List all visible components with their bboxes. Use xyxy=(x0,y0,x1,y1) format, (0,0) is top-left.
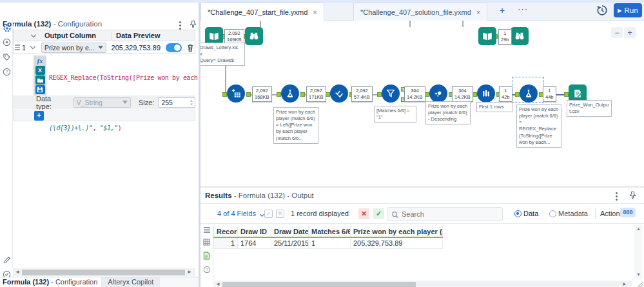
tool-annotation[interactable]: Prize won by each player (match 6/6) = L… xyxy=(273,107,318,144)
tool-sample[interactable] xyxy=(477,84,495,103)
tool-annotation[interactable]: Draws_Lottery.xls x Query=`Draws$` xyxy=(200,43,245,66)
help-icon[interactable]: ? xyxy=(203,266,211,273)
gear-icon[interactable] xyxy=(2,23,12,33)
tool-browse[interactable] xyxy=(245,27,263,45)
chevron-down-icon[interactable] xyxy=(31,32,36,37)
input-anchor[interactable] xyxy=(473,92,477,97)
cell-draw-id[interactable]: 1764 xyxy=(237,238,271,248)
tool-filter[interactable] xyxy=(382,84,400,103)
scroll-left-icon[interactable]: ◄ xyxy=(15,270,20,275)
config-kebab-menu-icon[interactable] xyxy=(179,21,181,30)
target-icon[interactable] xyxy=(2,37,12,47)
help-icon[interactable]: ? xyxy=(2,67,12,77)
tool-annotation[interactable]: Prize won by each player (match 6/6) - D… xyxy=(425,101,471,124)
grid-view-icon[interactable] xyxy=(203,239,210,246)
tool-formula[interactable] xyxy=(281,84,299,103)
add-row-button[interactable]: + xyxy=(34,111,44,121)
radio-data[interactable]: Data xyxy=(514,210,538,217)
output-anchor[interactable] xyxy=(246,92,251,97)
col-header-draw-id[interactable]: Draw ID xyxy=(237,226,271,237)
scroll-left-icon[interactable]: ◄ xyxy=(215,282,220,287)
table-header-row[interactable]: Record Draw ID Draw Date Matches 6/6 Pri… xyxy=(213,226,443,238)
zoom-in-button[interactable]: + xyxy=(624,27,636,38)
results-kebab-menu-icon[interactable] xyxy=(616,192,618,201)
scroll-right-icon[interactable]: ► xyxy=(187,270,192,275)
variables-icon[interactable]: X xyxy=(35,66,45,75)
close-icon[interactable]: × xyxy=(476,8,480,16)
results-vscrollbar[interactable]: ▲ ▼ xyxy=(634,225,643,279)
tool-annotation[interactable]: Prize won by each player (match 6/6) = R… xyxy=(516,104,561,148)
deselect-all-icon[interactable]: ✕ xyxy=(276,210,284,218)
scrollbar-thumb[interactable] xyxy=(222,282,416,287)
zoom-out-button[interactable]: − xyxy=(611,27,623,38)
tab-formula-configuration[interactable]: Formula (132) - Configuration xyxy=(0,277,101,287)
row-enabled-toggle[interactable] xyxy=(166,43,182,52)
radio-metadata[interactable]: Metadata xyxy=(549,210,588,217)
tool-annotation[interactable]: First 1 rows xyxy=(476,102,512,112)
more-tabs-button[interactable]: ··· xyxy=(518,4,528,14)
tool-input-data[interactable] xyxy=(478,27,496,45)
config-hscrollbar[interactable]: ◄ ► xyxy=(13,268,195,276)
data-file-icon[interactable] xyxy=(203,252,210,260)
col-header-record[interactable]: Record xyxy=(213,226,237,237)
cell-prize[interactable]: 205,329,753.89 xyxy=(350,238,443,248)
col-header-prize[interactable]: Prize won by each player (match 6/6) xyxy=(350,226,443,237)
tab-challenge-solution-file[interactable]: *Challenge_407_solution_file.yxmd × xyxy=(353,3,487,21)
scroll-up-icon[interactable]: ▲ xyxy=(634,225,643,231)
table-row[interactable]: 1 1764 25/11/2015 1 205,329,753.89 xyxy=(213,238,443,249)
drag-handle-icon[interactable] xyxy=(15,45,20,50)
fields-summary-dropdown[interactable]: 4 of 4 Fields xyxy=(217,210,264,217)
tool-data-cleansing[interactable] xyxy=(227,84,245,103)
tool-annotation[interactable]: [Matches 6/6] = "1" xyxy=(374,106,416,123)
pin-icon[interactable] xyxy=(629,191,637,199)
tag-icon[interactable] xyxy=(2,52,12,62)
results-hscrollbar[interactable]: ◄ ► xyxy=(213,281,632,287)
tool-sort[interactable] xyxy=(429,84,447,103)
cell-matches[interactable]: 1 xyxy=(308,238,350,248)
output-anchor[interactable] xyxy=(300,92,305,97)
input-anchor[interactable] xyxy=(564,92,569,97)
folder-icon[interactable] xyxy=(35,75,45,84)
menu-icon[interactable] xyxy=(203,227,211,233)
col-header-matches[interactable]: Matches 6/6 xyxy=(308,226,350,237)
save-icon[interactable] xyxy=(35,85,45,94)
fx-icon[interactable]: fx xyxy=(35,56,45,65)
cell-draw-date[interactable]: 25/11/2015 xyxy=(271,238,308,248)
size-input[interactable]: 255 ▲▼ xyxy=(158,97,195,108)
version-history-icon[interactable] xyxy=(596,5,608,16)
pin-icon[interactable] xyxy=(189,20,197,28)
input-anchor[interactable] xyxy=(425,92,429,97)
tool-formula-selected[interactable] xyxy=(520,84,538,103)
input-anchor[interactable] xyxy=(377,92,382,97)
tool-select[interactable] xyxy=(330,84,348,103)
results-search[interactable] xyxy=(387,207,503,221)
input-anchor[interactable] xyxy=(277,92,281,97)
output-column-dropdown[interactable]: Prize won by e... xyxy=(41,43,106,53)
formula-row[interactable]: 1 Prize won by e... 205,329,753.89 xyxy=(13,41,195,54)
run-button[interactable]: ▶ Run xyxy=(614,3,642,17)
close-icon[interactable]: × xyxy=(313,8,317,16)
scroll-right-icon[interactable]: ► xyxy=(622,282,627,287)
errors-filter-button[interactable]: ✕ xyxy=(358,208,369,219)
success-filter-button[interactable]: ✓ xyxy=(373,208,384,219)
tool-browse[interactable] xyxy=(511,27,529,45)
search-input[interactable] xyxy=(402,208,498,221)
input-anchor[interactable] xyxy=(222,92,227,97)
workflow-canvas[interactable]: 2,092169KB Draws_Lottery.xls x Query=`Dr… xyxy=(200,21,644,184)
tab-alteryx-copilot[interactable]: Alteryx Copilot xyxy=(101,277,160,287)
results-table[interactable]: Record Draw ID Draw Date Matches 6/6 Pri… xyxy=(213,226,443,249)
new-tab-button[interactable]: + xyxy=(500,5,505,15)
input-anchor[interactable] xyxy=(326,92,330,97)
scrollbar-thumb[interactable] xyxy=(22,270,185,275)
input-anchor[interactable] xyxy=(515,92,520,97)
cell-viewer-badge[interactable]: 000 xyxy=(620,208,636,217)
trash-icon[interactable] xyxy=(186,43,195,52)
col-header-draw-date[interactable]: Draw Date xyxy=(271,226,308,237)
select-all-icon[interactable]: ✓ xyxy=(264,210,273,218)
data-type-dropdown[interactable]: V_String xyxy=(73,97,131,108)
tab-challenge-start-file[interactable]: *Challenge_407_start_file.yxmd × xyxy=(200,3,324,21)
chevron-down-icon[interactable] xyxy=(30,44,35,49)
scroll-down-icon[interactable]: ▼ xyxy=(634,272,643,277)
resize-grip[interactable] xyxy=(636,282,643,287)
tool-annotation[interactable]: Prize_Won_Output.csv xyxy=(567,100,612,117)
